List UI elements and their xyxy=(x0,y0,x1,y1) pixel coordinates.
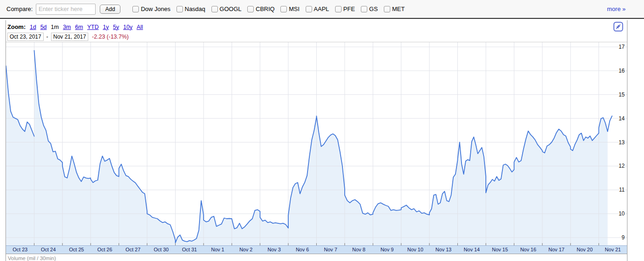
x-axis-label-oct-27: Oct 27 xyxy=(119,247,147,252)
checkbox-icon[interactable] xyxy=(335,6,342,12)
x-axis-label-nov-17: Nov 17 xyxy=(542,247,571,252)
date-separator: - xyxy=(46,34,48,40)
compare-checkbox-row: Dow JonesNasdaqGOOGLCBRIQMSIAAPLPFEGSMET xyxy=(132,6,410,12)
zoom-option-3m[interactable]: 3m xyxy=(63,24,71,30)
zoom-option-10y[interactable]: 10y xyxy=(123,24,132,30)
x-axis-label-nov-8: Nov 8 xyxy=(345,247,373,252)
price-chart-svg xyxy=(6,42,627,246)
compare-checkbox-pfe[interactable]: PFE xyxy=(335,6,355,12)
zoom-links: 1d5d1m3m6mYTD1y5y10yAll xyxy=(30,23,147,30)
x-axis-label-nov-10: Nov 10 xyxy=(401,247,429,252)
compare-bar: Compare: Add Dow JonesNasdaqGOOGLCBRIQMS… xyxy=(0,0,644,19)
zoom-option-1y[interactable]: 1y xyxy=(103,24,109,30)
checkbox-icon[interactable] xyxy=(361,6,367,12)
x-axis-label-nov-14: Nov 14 xyxy=(457,247,486,252)
x-axis-date-strip[interactable]: Oct 23Oct 24Oct 25Oct 26Oct 27Oct 30Oct … xyxy=(6,245,627,254)
y-axis-tick-11: 11 xyxy=(611,186,625,193)
x-axis-label-nov-1: Nov 1 xyxy=(204,247,232,252)
y-axis-tick-15: 15 xyxy=(611,91,625,98)
checkbox-label: Nasdaq xyxy=(185,6,205,12)
x-axis-label-oct-25: Oct 25 xyxy=(63,247,91,252)
volume-row: Volume (mil / 30min) xyxy=(6,254,627,261)
y-axis-tick-9: 9 xyxy=(611,234,625,241)
x-axis-label-nov-21: Nov 21 xyxy=(598,247,627,252)
compare-checkbox-aapl[interactable]: AAPL xyxy=(306,6,329,12)
checkbox-icon[interactable] xyxy=(384,6,390,12)
y-axis-tick-12: 12 xyxy=(611,162,625,170)
zoom-option-5d[interactable]: 5d xyxy=(40,24,47,30)
compare-checkbox-googl[interactable]: GOOGL xyxy=(211,6,242,12)
collapse-icon[interactable] xyxy=(613,22,623,32)
checkbox-label: Dow Jones xyxy=(141,6,170,12)
x-axis-label-oct-23: Oct 23 xyxy=(6,247,34,252)
date-to-box[interactable]: Nov 21, 2017 xyxy=(51,33,88,41)
compare-checkbox-dow-jones[interactable]: Dow Jones xyxy=(132,6,170,12)
compare-label: Compare: xyxy=(6,6,33,12)
checkbox-icon[interactable] xyxy=(280,6,287,12)
add-button[interactable]: Add xyxy=(100,5,120,14)
checkbox-icon[interactable] xyxy=(306,6,312,12)
x-axis-label-nov-15: Nov 15 xyxy=(486,247,514,252)
price-change-text: -2.23 (-13.7%) xyxy=(92,34,129,40)
ticker-input[interactable] xyxy=(36,4,96,15)
zoom-option-1d[interactable]: 1d xyxy=(30,24,36,30)
zoom-controls: Zoom: 1d5d1m3m6mYTD1y5y10yAll xyxy=(6,20,627,32)
checkbox-icon[interactable] xyxy=(132,6,139,12)
x-axis-label-oct-30: Oct 30 xyxy=(147,247,176,252)
checkbox-label: MET xyxy=(392,6,405,12)
x-axis-label-nov-9: Nov 9 xyxy=(373,247,401,252)
y-axis-tick-14: 14 xyxy=(611,115,625,122)
x-axis-label-nov-6: Nov 6 xyxy=(288,247,317,252)
compare-checkbox-nasdaq[interactable]: Nasdaq xyxy=(177,6,205,12)
zoom-option-ytd[interactable]: YTD xyxy=(87,24,99,30)
x-axis-label-oct-24: Oct 24 xyxy=(34,247,63,252)
y-axis-tick-17: 17 xyxy=(611,43,625,51)
compare-checkbox-cbriq[interactable]: CBRIQ xyxy=(247,6,274,12)
compare-checkbox-msi[interactable]: MSI xyxy=(280,6,299,12)
y-axis-tick-13: 13 xyxy=(611,139,625,146)
x-axis-label-oct-31: Oct 31 xyxy=(175,247,204,252)
volume-label: Volume (mil / 30min) xyxy=(8,255,56,261)
x-axis-label-nov-16: Nov 16 xyxy=(514,247,542,252)
checkbox-label: AAPL xyxy=(314,6,329,12)
x-axis-label-nov-13: Nov 13 xyxy=(429,247,458,252)
date-range-row: Oct 23, 2017 - Nov 21, 2017 -2.23 (-13.7… xyxy=(6,32,627,42)
x-axis-label-oct-26: Oct 26 xyxy=(91,247,119,252)
checkbox-icon[interactable] xyxy=(177,6,183,12)
zoom-option-1m: 1m xyxy=(51,24,59,30)
x-axis-label-nov-3: Nov 3 xyxy=(260,247,288,252)
compare-checkbox-met[interactable]: MET xyxy=(384,6,405,12)
checkbox-label: PFE xyxy=(343,6,355,12)
checkbox-label: MSI xyxy=(289,6,299,12)
zoom-option-5y[interactable]: 5y xyxy=(113,24,119,30)
compare-checkbox-gs[interactable]: GS xyxy=(361,6,378,12)
price-chart-plot[interactable]: 17161514131211109 xyxy=(6,42,627,245)
x-axis-label-nov-20: Nov 20 xyxy=(570,247,599,252)
chart-widget: Zoom: 1d5d1m3m6mYTD1y5y10yAll Oct 23, 20… xyxy=(6,20,627,261)
checkbox-label: GOOGL xyxy=(220,6,242,12)
date-from-box[interactable]: Oct 23, 2017 xyxy=(7,33,44,41)
zoom-option-6m[interactable]: 6m xyxy=(75,24,83,30)
checkbox-label: CBRIQ xyxy=(256,6,274,12)
checkbox-icon[interactable] xyxy=(211,6,218,12)
y-axis-tick-10: 10 xyxy=(611,210,625,217)
y-axis-tick-16: 16 xyxy=(611,67,625,74)
zoom-label: Zoom: xyxy=(7,23,26,30)
x-axis-label-nov-2: Nov 2 xyxy=(232,247,260,252)
more-link[interactable]: more » xyxy=(607,6,626,12)
x-axis-label-nov-7: Nov 7 xyxy=(316,247,345,252)
zoom-option-all[interactable]: All xyxy=(137,24,143,30)
checkbox-icon[interactable] xyxy=(247,6,254,12)
checkbox-label: GS xyxy=(369,6,378,12)
